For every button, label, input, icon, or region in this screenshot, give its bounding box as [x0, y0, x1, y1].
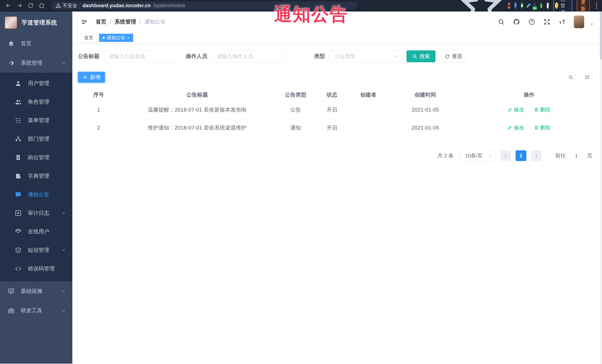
sidebar-item-notices[interactable]: 通知公告: [0, 185, 72, 204]
tab-home[interactable]: 首页: [80, 34, 97, 42]
chevron-down-icon: [61, 289, 66, 294]
sidebar-item-error-codes[interactable]: 错误码管理: [0, 260, 72, 278]
filter-form: 公告标题 操作人员 类型 公告类型 搜索 重置: [78, 50, 596, 62]
help-icon[interactable]: [528, 18, 535, 25]
fullscreen-icon[interactable]: [543, 18, 550, 25]
chevron-down-icon: [488, 154, 492, 158]
toggle-search-button[interactable]: [566, 72, 576, 83]
sidebar-item-infrastructure[interactable]: 基础设施: [0, 281, 72, 301]
sidebar-item-dicts[interactable]: 字典管理: [0, 167, 72, 185]
address-bar[interactable]: 不安全 dashboard.yudao.iocoder.cn/system/no…: [51, 1, 357, 10]
browser-forward-icon[interactable]: [16, 2, 23, 9]
app-logo: [5, 17, 17, 29]
page-1-button[interactable]: 1: [516, 150, 526, 161]
extension-icon-1[interactable]: [508, 2, 510, 9]
sidebar-item-sms[interactable]: 短信管理: [0, 241, 72, 260]
sidebar-item-label: 角色管理: [28, 98, 49, 106]
operator-input[interactable]: [212, 50, 284, 62]
next-page-button[interactable]: ›: [531, 150, 542, 161]
col-header-actions: 操作: [462, 89, 596, 101]
scrollbar-thumb[interactable]: [600, 11, 602, 60]
sidebar-item-menus[interactable]: 菜单管理: [0, 111, 72, 130]
add-button[interactable]: 新增: [78, 72, 105, 83]
sidebar-item-users[interactable]: 用户管理: [0, 74, 72, 93]
sidebar-item-posts[interactable]: 岗位管理: [0, 148, 72, 167]
refresh-icon: [445, 54, 450, 59]
edit-link[interactable]: 修改: [507, 106, 524, 113]
sidebar-item-home[interactable]: 首页: [0, 34, 72, 53]
tab-close-icon[interactable]: ×: [127, 36, 130, 40]
extension-icon-2[interactable]: [515, 2, 516, 9]
cell-creator: [348, 119, 389, 137]
home-icon: [8, 40, 14, 47]
breadcrumb-current: 通知公告: [144, 18, 166, 26]
refresh-table-button[interactable]: [582, 72, 592, 83]
app-logo-row[interactable]: 芋道管理系统: [0, 11, 72, 34]
header-search-icon[interactable]: [498, 18, 505, 25]
type-select[interactable]: 公告类型: [330, 50, 402, 62]
chat-bubble-icon: [15, 191, 22, 198]
font-size-icon[interactable]: [559, 18, 566, 25]
sidebar-item-system[interactable]: 系统管理: [0, 53, 72, 73]
reset-button[interactable]: 重置: [442, 50, 465, 62]
sidebar-item-label: 通知公告: [28, 191, 49, 198]
chevron-down-icon: [61, 308, 66, 313]
table-row: 2 维护通知：2018-07-01 若依系统凌晨维护 通知 开启 2021-01…: [78, 119, 596, 137]
search-button[interactable]: 搜索: [407, 50, 435, 62]
prev-page-button[interactable]: ‹: [500, 150, 511, 161]
org-tree-icon: [15, 136, 22, 142]
sidebar-item-dev-tools[interactable]: 研发工具: [0, 301, 72, 320]
sidebar-item-roles[interactable]: 角色管理: [0, 93, 72, 111]
browser-reload-icon[interactable]: [27, 2, 34, 9]
notice-table: 序号 公告标题 公告类型 状态 创建者 创建时间 操作 1 温馨提醒：2018-…: [78, 89, 596, 137]
sidebar-item-online-users[interactable]: 在线用户: [0, 222, 72, 241]
notice-title-label: 公告标题: [78, 53, 99, 60]
notice-title-input[interactable]: [104, 50, 177, 62]
extension-icon-4[interactable]: [526, 3, 531, 8]
sidebar-collapse-icon[interactable]: [80, 19, 88, 25]
sidebar-item-label: 审计日志: [28, 209, 49, 217]
sidebar-item-label: 基础设施: [21, 287, 42, 295]
extension-icon-7[interactable]: [547, 2, 549, 9]
chevron-down-icon: [394, 54, 398, 59]
delete-link-label: 删除: [540, 124, 551, 131]
user-icon: [15, 80, 22, 87]
breadcrumb-section[interactable]: 系统管理: [115, 18, 136, 26]
github-icon[interactable]: [513, 18, 520, 25]
delete-link[interactable]: 删除: [534, 124, 551, 131]
sidebar-item-audit-logs[interactable]: 审计日志: [0, 204, 72, 222]
cell-created: 2021-01-05: [389, 101, 462, 119]
browser-home-icon[interactable]: [39, 2, 45, 9]
page-scrollbar[interactable]: [600, 11, 602, 364]
tab-notices[interactable]: 通知公告 ×: [99, 34, 133, 42]
goto-page-input[interactable]: [570, 150, 582, 161]
type-select-placeholder: 公告类型: [334, 53, 355, 60]
page-size-select[interactable]: 10条/页: [460, 150, 495, 161]
edit-link[interactable]: 修改: [507, 124, 524, 131]
breadcrumb-home[interactable]: 首页: [96, 18, 107, 26]
col-header-status: 状态: [316, 89, 348, 101]
delete-link[interactable]: 删除: [534, 106, 551, 113]
trash-icon: [534, 125, 539, 130]
code-icon: [15, 265, 22, 272]
pencil-icon: [507, 107, 512, 112]
user-avatar[interactable]: [574, 16, 584, 28]
page-unit-label: 页: [587, 152, 592, 159]
cell-creator: [348, 101, 389, 119]
extension-icon-3[interactable]: [521, 2, 523, 9]
users-icon: [15, 99, 22, 105]
pencil-icon: [507, 125, 512, 130]
sidebar-item-label: 字典管理: [28, 172, 49, 180]
extension-icon-6[interactable]: [540, 3, 542, 8]
avatar-caret-icon[interactable]: [590, 22, 594, 26]
browser-back-icon[interactable]: [5, 2, 11, 9]
goto-label: 前往: [555, 152, 566, 159]
shield-check-icon: [15, 247, 22, 254]
extension-icon-5[interactable]: on: [534, 2, 536, 9]
add-button-label: 新增: [90, 74, 100, 81]
sidebar-item-departments[interactable]: 部门管理: [0, 130, 72, 148]
table-header-row: 序号 公告标题 公告类型 状态 创建者 创建时间 操作: [78, 89, 596, 101]
browser-menu-icon[interactable]: [594, 2, 599, 10]
cell-status: 开启: [316, 119, 348, 137]
edit-link-label: 修改: [514, 106, 524, 113]
